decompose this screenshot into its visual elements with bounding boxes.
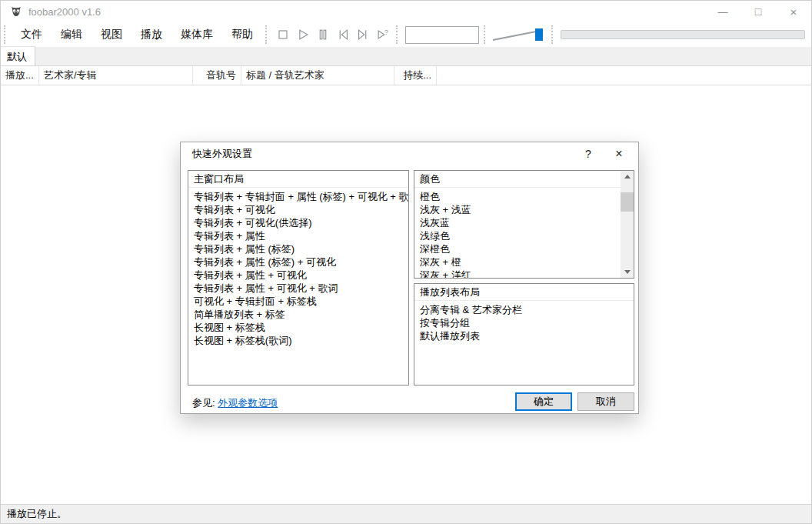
title-bar: foobar2000 v1.6 — □ × [1, 1, 811, 22]
see-also: 参见: 外观参数选项 [192, 396, 278, 410]
quick-appearance-dialog: 快速外观设置 ? × 主窗口布局 专辑列表 + 专辑封面 + 属性 (标签) +… [180, 142, 639, 414]
cancel-button[interactable]: 取消 [577, 392, 634, 411]
stop-icon [275, 27, 291, 42]
playback-buttons: ? [273, 25, 393, 45]
minimize-icon: — [718, 6, 728, 18]
window-title: foobar2000 v1.6 [28, 6, 101, 18]
scroll-down-button[interactable] [621, 266, 634, 278]
list-item[interactable]: 深灰 + 洋红 [414, 269, 621, 279]
color-scheme-content: 颜色 橙色 浅灰 + 浅蓝 浅灰蓝 浅绿色 深橙色 深灰 + 橙 深灰 + 洋红 [414, 171, 621, 279]
column-title-artist[interactable]: 标题 / 音轨艺术家 [241, 66, 394, 85]
next-icon [355, 27, 371, 42]
list-item[interactable]: 专辑列表 + 属性 [188, 229, 408, 242]
color-scheme-header: 颜色 [414, 171, 621, 188]
list-item[interactable]: 长视图 + 标签栈 [188, 321, 408, 334]
playlist-layout-header: 播放列表布局 [414, 284, 634, 301]
list-item[interactable]: 深橙色 [414, 242, 621, 255]
scroll-up-icon [624, 175, 631, 179]
color-scheme-scrollbar[interactable] [621, 171, 634, 278]
list-item[interactable]: 浅灰蓝 [414, 216, 621, 229]
status-text: 播放已停止。 [7, 507, 67, 521]
previous-button[interactable] [333, 25, 353, 45]
menu-file[interactable]: 文件 [12, 24, 52, 45]
dialog-close-icon: × [615, 147, 622, 161]
svg-text:?: ? [384, 28, 388, 36]
list-item[interactable]: 专辑列表 + 属性 + 可视化 + 歌词 [188, 282, 408, 295]
menu-bar: 文件 编辑 视图 播放 媒体库 帮助 [12, 24, 262, 45]
playback-drag-handle[interactable] [265, 25, 268, 44]
volume-slider[interactable] [491, 25, 548, 44]
menu-playback[interactable]: 播放 [131, 24, 171, 45]
menu-drag-handle[interactable] [4, 25, 7, 44]
list-item[interactable]: 专辑列表 + 属性 (标签) + 可视化 [188, 255, 408, 269]
list-item[interactable]: 专辑列表 + 专辑封面 + 属性 (标签) + 可视化 + 歌词 [188, 190, 408, 203]
toolbar: 文件 编辑 视图 播放 媒体库 帮助 ? [1, 22, 811, 47]
maximize-button[interactable]: □ [740, 1, 776, 22]
dialog-title-bar: 快速外观设置 ? × [181, 142, 638, 165]
menu-view[interactable]: 视图 [92, 24, 131, 45]
close-button[interactable]: × [776, 1, 811, 22]
list-item[interactable]: 长视图 + 标签栈(歌词) [188, 334, 408, 347]
appearance-preferences-link[interactable]: 外观参数选项 [218, 397, 278, 409]
main-layout-header: 主窗口布局 [188, 171, 408, 188]
list-item[interactable]: 专辑列表 + 可视化(供选择) [188, 216, 408, 229]
list-item[interactable]: 浅绿色 [414, 229, 621, 242]
play-icon [295, 27, 311, 42]
pause-button[interactable] [313, 25, 333, 45]
volume-drag-handle[interactable] [484, 25, 487, 44]
list-item[interactable]: 浅灰 + 浅蓝 [414, 203, 621, 216]
menu-edit[interactable]: 编辑 [52, 24, 92, 45]
see-also-label: 参见: [192, 397, 215, 409]
list-item[interactable]: 分离专辑 & 艺术家分栏 [414, 303, 634, 316]
list-item[interactable]: 默认播放列表 [414, 329, 634, 342]
dialog-help-button[interactable]: ? [573, 142, 604, 165]
ok-button[interactable]: 确定 [515, 392, 572, 411]
random-button[interactable]: ? [373, 25, 393, 45]
tab-default[interactable]: 默认 [1, 46, 35, 65]
status-bar: 播放已停止。 [1, 504, 811, 523]
minimize-button[interactable]: — [705, 1, 740, 22]
column-artist-album[interactable]: 艺术家/专辑 [39, 66, 193, 85]
play-button[interactable] [293, 25, 313, 45]
column-filler [437, 66, 811, 85]
list-item[interactable]: 专辑列表 + 可视化 [188, 203, 408, 216]
volume-slider-handle [535, 28, 543, 41]
list-item[interactable]: 可视化 + 专辑封面 + 标签栈 [188, 295, 408, 308]
random-icon: ? [375, 27, 391, 42]
seekbar[interactable] [561, 30, 805, 39]
main-layout-listbox[interactable]: 主窗口布局 专辑列表 + 专辑封面 + 属性 (标签) + 可视化 + 歌词 专… [188, 170, 409, 385]
maximize-icon: □ [755, 5, 761, 18]
dialog-close-button[interactable]: × [604, 142, 634, 165]
stop-button[interactable] [273, 25, 293, 45]
list-item[interactable]: 简单播放列表 + 标签 [188, 308, 408, 321]
foobar2000-logo-icon [10, 5, 22, 18]
main-window: foobar2000 v1.6 — □ × 文件 编辑 视图 播放 媒体库 帮助 [0, 0, 812, 524]
next-button[interactable] [353, 25, 373, 45]
previous-icon [335, 27, 351, 42]
help-icon: ? [585, 148, 591, 160]
list-item[interactable]: 橙色 [414, 190, 621, 203]
column-playing[interactable]: 播放... [1, 66, 39, 85]
list-item[interactable]: 专辑列表 + 属性 + 可视化 [188, 269, 408, 282]
column-track-number[interactable]: 音轨号 [193, 66, 241, 85]
list-item[interactable]: 专辑列表 + 属性 (标签) [188, 242, 408, 255]
playlist-layout-listbox[interactable]: 播放列表布局 分离专辑 & 艺术家分栏 按专辑分组 默认播放列表 [414, 283, 634, 385]
list-item[interactable]: 按专辑分组 [414, 316, 634, 329]
column-duration[interactable]: 持续... [394, 66, 437, 85]
list-item[interactable]: 深灰 + 橙 [414, 255, 621, 269]
dialog-title: 快速外观设置 [192, 147, 252, 161]
scrollbar-thumb[interactable] [621, 192, 634, 212]
scroll-down-icon [624, 270, 631, 274]
menu-help[interactable]: 帮助 [222, 24, 262, 45]
playlist-column-headers: 播放... 艺术家/专辑 音轨号 标题 / 音轨艺术家 持续... [1, 66, 811, 85]
scroll-up-button[interactable] [621, 171, 634, 182]
pause-icon [315, 27, 331, 42]
seekbar-drag-handle[interactable] [551, 25, 554, 44]
close-icon: × [790, 5, 797, 18]
search-input[interactable] [405, 26, 479, 44]
playlist-tab-strip: 默认 [1, 47, 811, 66]
menu-library[interactable]: 媒体库 [171, 24, 222, 45]
search-drag-handle[interactable] [396, 25, 399, 44]
color-scheme-listbox[interactable]: 颜色 橙色 浅灰 + 浅蓝 浅灰蓝 浅绿色 深橙色 深灰 + 橙 深灰 + 洋红 [414, 170, 634, 279]
